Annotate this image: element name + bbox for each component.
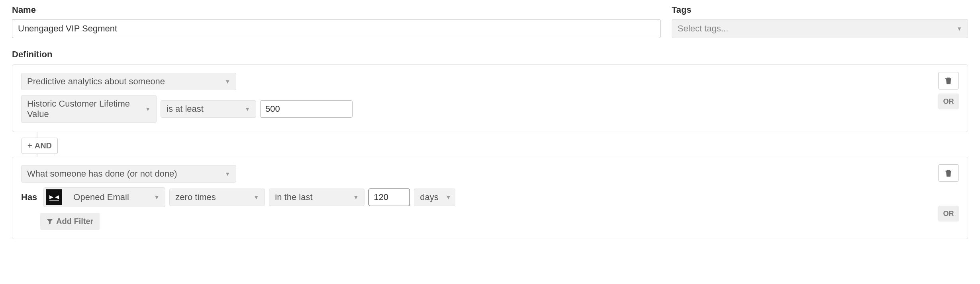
flag-icon — [46, 189, 62, 205]
add-filter-label: Add Filter — [56, 217, 93, 226]
trash-icon — [945, 169, 952, 177]
caret-down-icon: ▼ — [145, 106, 151, 112]
event-value: Opened Email — [73, 192, 129, 202]
caret-down-icon: ▼ — [154, 194, 160, 200]
tags-label: Tags — [672, 5, 968, 15]
delete-condition-button[interactable] — [938, 72, 959, 89]
trash-icon — [945, 77, 952, 84]
caret-down-icon: ▼ — [353, 194, 359, 200]
tags-placeholder: Select tags... — [678, 23, 728, 34]
and-label: AND — [35, 141, 52, 150]
time-unit-value: days — [420, 192, 438, 202]
caret-down-icon: ▼ — [225, 171, 230, 177]
definition-label: Definition — [12, 49, 968, 60]
condition-category-select[interactable]: Predictive analytics about someone ▼ — [21, 73, 236, 90]
delete-condition-button[interactable] — [938, 164, 959, 182]
caret-down-icon: ▼ — [245, 106, 250, 112]
condition-category-select[interactable]: What someone has done (or not done) ▼ — [21, 165, 236, 183]
metric-value: Historic Customer Lifetime Value — [27, 99, 138, 119]
timeframe-value: in the last — [275, 192, 312, 202]
operator-select[interactable]: is at least ▼ — [161, 100, 256, 118]
caret-down-icon: ▼ — [225, 78, 230, 85]
threshold-input[interactable] — [260, 100, 353, 118]
event-select[interactable]: Opened Email ▼ — [43, 187, 165, 207]
and-connector: + AND — [26, 132, 968, 157]
count-select[interactable]: zero times ▼ — [169, 189, 265, 206]
time-unit-select[interactable]: days ▼ — [414, 189, 455, 206]
time-value-input[interactable] — [368, 189, 410, 206]
has-label: Has — [21, 192, 37, 202]
condition-category-value: Predictive analytics about someone — [27, 76, 165, 87]
filter-icon — [47, 218, 53, 225]
or-button[interactable]: OR — [938, 206, 959, 222]
add-and-button[interactable]: + AND — [22, 138, 58, 154]
name-label: Name — [12, 5, 661, 15]
timeframe-select[interactable]: in the last ▼ — [269, 189, 365, 206]
segment-name-input[interactable] — [12, 19, 661, 38]
condition-block-1: OR Predictive analytics about someone ▼ … — [12, 64, 968, 132]
add-filter-button[interactable]: Add Filter — [40, 213, 100, 230]
condition-category-value: What someone has done (or not done) — [27, 169, 177, 179]
condition-block-2: OR What someone has done (or not done) ▼… — [12, 157, 968, 239]
or-button[interactable]: OR — [938, 93, 959, 109]
caret-down-icon: ▼ — [254, 194, 259, 200]
count-value: zero times — [175, 192, 216, 202]
caret-down-icon: ▼ — [446, 194, 451, 200]
plus-icon: + — [27, 141, 32, 150]
operator-value: is at least — [167, 104, 204, 114]
caret-down-icon: ▼ — [956, 25, 962, 32]
metric-select[interactable]: Historic Customer Lifetime Value ▼ — [21, 95, 157, 123]
tags-select[interactable]: Select tags... ▼ — [672, 19, 968, 38]
